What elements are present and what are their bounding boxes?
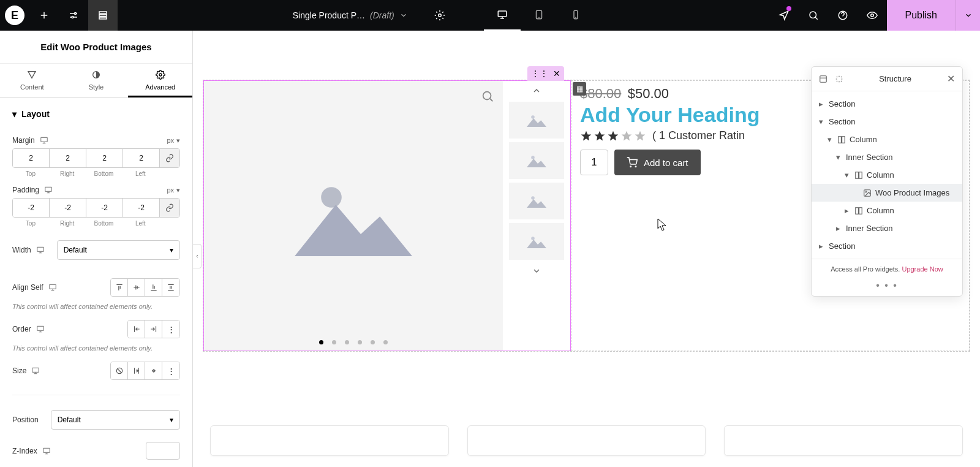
order-last-button[interactable] [145, 321, 162, 338]
device-desktop-button[interactable] [484, 0, 521, 31]
responsive-icon[interactable] [36, 246, 45, 254]
elementor-logo[interactable]: E [5, 6, 24, 25]
padding-unit-select[interactable]: px ▾ [167, 186, 180, 194]
margin-link-toggle[interactable] [160, 149, 179, 167]
align-center-button[interactable] [128, 279, 145, 296]
notifications-button[interactable] [769, 0, 799, 31]
tab-content[interactable]: Content [0, 64, 64, 97]
order-more-button[interactable]: ⋮ [162, 321, 179, 338]
order-first-button[interactable] [128, 321, 145, 338]
tree-item[interactable]: ▾Inner Section [812, 148, 962, 166]
device-mobile-button[interactable] [557, 0, 594, 31]
product-card[interactable] [467, 425, 706, 456]
quantity-input[interactable] [580, 150, 608, 175]
responsive-icon[interactable] [40, 136, 48, 145]
navigator-icon[interactable] [819, 75, 827, 83]
structure-close-button[interactable]: ✕ [947, 73, 955, 85]
structure-toggle-button[interactable] [88, 0, 118, 31]
size-shrink-button[interactable] [145, 362, 162, 379]
caret-down-icon: ▾ [170, 246, 173, 254]
width-select[interactable]: Default ▾ [57, 240, 180, 260]
structure-resize-handle[interactable]: • • • [812, 279, 962, 296]
publish-options-button[interactable] [956, 0, 980, 31]
position-select[interactable]: Default ▾ [51, 410, 180, 430]
pager-dot[interactable] [319, 340, 323, 344]
tree-item[interactable]: ▸Section [812, 95, 962, 113]
pager-dot[interactable] [358, 340, 362, 344]
drag-handle-icon[interactable]: ⋮⋮ [531, 69, 548, 78]
svg-rect-37 [856, 207, 859, 214]
tab-style[interactable]: Style [64, 64, 129, 97]
page-settings-button[interactable] [425, 0, 454, 31]
thumb-prev-button[interactable] [508, 83, 565, 98]
pager-dot[interactable] [371, 340, 375, 344]
close-icon[interactable]: ✕ [553, 69, 560, 78]
woo-product-images-widget[interactable] [204, 81, 570, 351]
layout-section-toggle[interactable]: ▾ Layout [12, 98, 180, 127]
padding-top-input[interactable] [13, 199, 50, 217]
tree-item[interactable]: ▾Column [812, 131, 962, 148]
responsive-icon[interactable] [36, 325, 45, 333]
size-grow-button[interactable] [128, 362, 145, 379]
zoom-icon[interactable] [481, 89, 494, 103]
tree-item[interactable]: ▸Inner Section [812, 219, 962, 237]
pager-dot[interactable] [345, 340, 349, 344]
pager-dot[interactable] [383, 340, 388, 344]
align-stretch-button[interactable] [162, 279, 179, 296]
margin-left-input[interactable] [123, 149, 160, 167]
product-card[interactable] [724, 425, 963, 456]
add-widget-button[interactable] [29, 0, 59, 31]
margin-bottom-input[interactable] [86, 149, 123, 167]
finder-search-button[interactable] [799, 0, 828, 31]
panel-collapse-button[interactable] [193, 244, 202, 268]
preview-button[interactable] [858, 0, 887, 31]
ai-icon[interactable] [835, 75, 843, 83]
tab-advanced[interactable]: Advanced [128, 64, 192, 97]
tree-item[interactable]: ▾Column [812, 166, 962, 184]
document-title[interactable]: Single Product P… [293, 10, 365, 20]
pager-dot[interactable] [332, 340, 336, 344]
size-more-button[interactable]: ⋮ [162, 362, 179, 379]
thumbnail[interactable] [509, 223, 564, 260]
zindex-input[interactable] [146, 442, 180, 460]
align-end-button[interactable] [145, 279, 162, 296]
width-label: Width [12, 246, 45, 254]
tree-item[interactable]: ▸Column [812, 202, 962, 219]
responsive-icon[interactable] [48, 283, 57, 292]
thumbnail[interactable] [509, 102, 564, 139]
thumbnail[interactable] [509, 142, 564, 179]
help-button[interactable] [828, 0, 858, 31]
star-rating[interactable] [580, 130, 646, 142]
column-gallery[interactable]: ▦ ⋮⋮ ✕ [203, 80, 571, 351]
responsive-icon[interactable] [31, 366, 40, 375]
main-product-image[interactable] [204, 81, 503, 351]
add-to-cart-button[interactable]: Add to cart [614, 150, 701, 175]
margin-right-input[interactable] [50, 149, 86, 167]
tree-item[interactable]: ▾Section [812, 113, 962, 131]
padding-link-toggle[interactable] [160, 199, 179, 217]
padding-right-input[interactable] [50, 199, 86, 217]
device-tablet-button[interactable] [521, 0, 557, 31]
thumb-next-button[interactable] [508, 264, 565, 278]
position-label: Position [12, 416, 39, 424]
responsive-icon[interactable] [42, 447, 51, 455]
tree-item[interactable]: ▸Section [812, 237, 962, 255]
settings-sliders-button[interactable] [59, 0, 88, 31]
main: Edit Woo Product Images Content Style Ad… [0, 31, 980, 467]
column-handle-icon[interactable]: ▦ [573, 82, 586, 96]
padding-bottom-input[interactable] [86, 199, 123, 217]
size-none-button[interactable] [111, 362, 128, 379]
product-card[interactable] [210, 425, 449, 456]
svg-point-26 [531, 196, 535, 200]
tree-item[interactable]: Woo Product Images [812, 184, 962, 202]
margin-top-input[interactable] [13, 149, 50, 167]
align-start-button[interactable] [111, 279, 128, 296]
doc-chevron-down-icon[interactable] [399, 11, 408, 20]
thumbnail[interactable] [509, 183, 564, 219]
upgrade-link[interactable]: Upgrade Now [902, 265, 943, 273]
responsive-icon[interactable] [44, 186, 53, 194]
margin-unit-select[interactable]: px ▾ [167, 137, 180, 145]
padding-left-input[interactable] [123, 199, 160, 217]
publish-button[interactable]: Publish [887, 0, 956, 31]
gallery-pagination [319, 340, 388, 344]
